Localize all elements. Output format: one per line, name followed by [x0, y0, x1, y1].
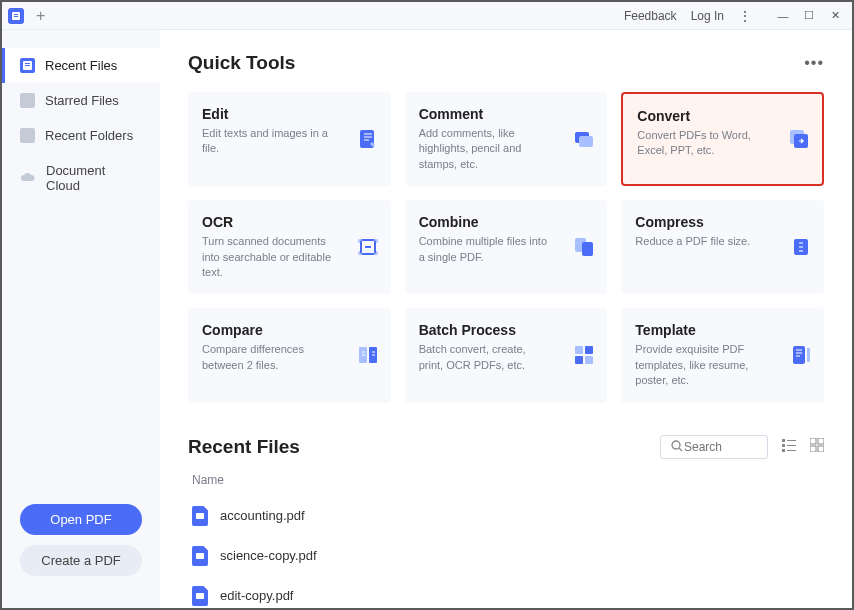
app-logo-icon [8, 8, 24, 24]
tool-desc: Compare differences between 2 files. [202, 342, 332, 373]
compress-icon [790, 236, 812, 258]
sidebar: Recent Files Starred Files Recent Folder… [2, 30, 160, 608]
search-box[interactable] [660, 435, 768, 459]
tool-desc: Provide exquisite PDF templates, like re… [635, 342, 765, 388]
tool-desc: Combine multiple files into a single PDF… [419, 234, 549, 265]
tool-card-ocr[interactable]: OCRTurn scanned documents into searchabl… [188, 200, 391, 294]
tool-card-comment[interactable]: CommentAdd comments, like highlights, pe… [405, 92, 608, 186]
template-icon [790, 344, 812, 366]
create-pdf-button[interactable]: Create a PDF [20, 545, 142, 576]
sidebar-item-starred-files[interactable]: Starred Files [2, 83, 160, 118]
svg-rect-21 [585, 346, 593, 354]
svg-rect-20 [575, 346, 583, 354]
ocr-icon [357, 236, 379, 258]
file-name: edit-copy.pdf [220, 588, 293, 603]
svg-rect-33 [787, 450, 796, 451]
pdf-file-icon [192, 586, 208, 606]
sidebar-item-document-cloud[interactable]: Document Cloud [2, 153, 160, 203]
maximize-button[interactable]: ☐ [798, 7, 820, 25]
tool-title: Edit [202, 106, 377, 122]
svg-rect-31 [787, 445, 796, 446]
svg-rect-16 [799, 246, 803, 248]
quick-tools-title: Quick Tools [188, 52, 295, 74]
svg-rect-32 [782, 449, 785, 452]
svg-rect-29 [787, 440, 796, 441]
sidebar-item-label: Recent Folders [45, 128, 133, 143]
column-header-name: Name [188, 473, 824, 487]
tool-card-template[interactable]: TemplateProvide exquisite PDF templates,… [621, 308, 824, 402]
recent-files-title: Recent Files [188, 436, 300, 458]
sidebar-item-label: Recent Files [45, 58, 117, 73]
tool-desc: Convert PDFs to Word, Excel, PPT, etc. [637, 128, 767, 159]
compare-icon [357, 344, 379, 366]
minimize-button[interactable]: — [772, 7, 794, 25]
quick-tools-more-icon[interactable]: ••• [804, 54, 824, 72]
svg-rect-15 [799, 242, 803, 244]
comment-icon [573, 128, 595, 150]
svg-rect-35 [818, 438, 824, 444]
file-row[interactable]: edit-copy.pdf [188, 577, 824, 608]
tool-title: OCR [202, 214, 377, 230]
file-row[interactable]: science-copy.pdf [188, 537, 824, 575]
tool-card-compress[interactable]: CompressReduce a PDF file size. [621, 200, 824, 294]
sidebar-item-recent-folders[interactable]: Recent Folders [2, 118, 160, 153]
svg-rect-1 [14, 14, 18, 15]
edit-icon [357, 128, 379, 150]
tool-card-edit[interactable]: EditEdit texts and images in a file. [188, 92, 391, 186]
cloud-icon [20, 171, 36, 186]
file-row[interactable]: accounting.pdf [188, 497, 824, 535]
grid-view-icon[interactable] [810, 438, 824, 456]
svg-rect-2 [14, 16, 18, 17]
folder-icon [20, 128, 35, 143]
quick-tools-grid: EditEdit texts and images in a file.Comm… [188, 92, 824, 403]
titlebar: + Feedback Log In ⋮ — ☐ ✕ [2, 2, 852, 30]
svg-line-27 [679, 448, 682, 451]
star-icon [20, 93, 35, 108]
combine-icon [573, 236, 595, 258]
sidebar-item-label: Starred Files [45, 93, 119, 108]
open-pdf-button[interactable]: Open PDF [20, 504, 142, 535]
search-input[interactable] [684, 440, 754, 454]
tool-title: Compress [635, 214, 810, 230]
svg-rect-34 [810, 438, 816, 444]
sidebar-item-recent-files[interactable]: Recent Files [2, 48, 160, 83]
tool-title: Convert [637, 108, 808, 124]
svg-rect-36 [810, 446, 816, 452]
close-button[interactable]: ✕ [824, 7, 846, 25]
convert-icon [788, 128, 810, 150]
file-name: accounting.pdf [220, 508, 305, 523]
svg-rect-8 [579, 136, 593, 147]
list-view-icon[interactable] [782, 438, 796, 456]
new-tab-button[interactable]: + [36, 7, 45, 25]
tool-card-compare[interactable]: CompareCompare differences between 2 fil… [188, 308, 391, 402]
tool-card-batch-process[interactable]: Batch ProcessBatch convert, create, prin… [405, 308, 608, 402]
sidebar-item-label: Document Cloud [46, 163, 142, 193]
content-area: Quick Tools ••• EditEdit texts and image… [160, 30, 852, 608]
batch-icon [573, 344, 595, 366]
svg-point-26 [672, 441, 680, 449]
tool-desc: Edit texts and images in a file. [202, 126, 332, 157]
tool-card-combine[interactable]: CombineCombine multiple files into a sin… [405, 200, 608, 294]
tool-title: Comment [419, 106, 594, 122]
search-icon [671, 440, 684, 453]
svg-rect-13 [582, 242, 593, 256]
svg-rect-22 [575, 356, 583, 364]
svg-rect-28 [782, 439, 785, 442]
file-list: accounting.pdfscience-copy.pdfedit-copy.… [188, 497, 824, 608]
tool-card-convert[interactable]: ConvertConvert PDFs to Word, Excel, PPT,… [621, 92, 824, 186]
file-name: science-copy.pdf [220, 548, 317, 563]
tool-desc: Turn scanned documents into searchable o… [202, 234, 332, 280]
svg-rect-24 [793, 346, 805, 364]
login-link[interactable]: Log In [691, 9, 724, 23]
svg-rect-25 [807, 348, 810, 362]
tool-desc: Add comments, like highlights, pencil an… [419, 126, 549, 172]
svg-rect-4 [25, 63, 30, 64]
tool-title: Template [635, 322, 810, 338]
svg-rect-30 [782, 444, 785, 447]
titlebar-menu-icon[interactable]: ⋮ [738, 8, 752, 24]
pdf-file-icon [192, 546, 208, 566]
svg-rect-17 [799, 250, 803, 252]
feedback-link[interactable]: Feedback [624, 9, 677, 23]
tool-title: Compare [202, 322, 377, 338]
tool-title: Combine [419, 214, 594, 230]
